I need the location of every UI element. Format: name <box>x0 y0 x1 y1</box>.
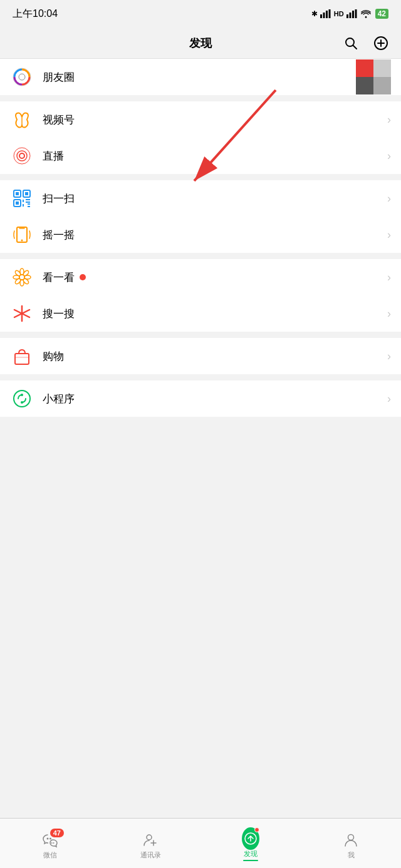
svg-point-53 <box>51 842 53 844</box>
look-icon <box>10 265 34 289</box>
miniprogram-icon <box>10 387 34 411</box>
wifi2-icon <box>360 9 372 18</box>
wifi-icon <box>346 9 358 18</box>
bluetooth-icon: ✱ <box>311 9 318 18</box>
menu-section-2: 视频号 › 直播 › <box>0 101 401 174</box>
notification-dot <box>80 274 86 280</box>
svg-point-49 <box>21 394 23 396</box>
moments-label: 朋友圈 <box>43 70 356 84</box>
discover-icon <box>242 830 259 847</box>
scan-label: 扫一扫 <box>43 191 387 206</box>
svg-rect-46 <box>15 354 29 364</box>
menu-section-3: 扫一扫 › 摇一摇 › <box>0 180 401 253</box>
svg-rect-3 <box>328 9 330 18</box>
shake-icon <box>10 223 34 247</box>
menu-item-moments[interactable]: 朋友圈 <box>0 59 401 95</box>
menu-item-look[interactable]: 看一看 › <box>0 259 401 295</box>
svg-point-33 <box>21 240 23 242</box>
svg-point-20 <box>14 148 30 164</box>
svg-point-51 <box>47 837 49 839</box>
svg-line-10 <box>353 45 357 49</box>
tab-discover[interactable]: 发现 <box>200 819 301 868</box>
shop-label: 购物 <box>43 349 387 364</box>
chevron-right-icon: › <box>387 350 391 363</box>
annotation-overlay: 朋友圈 <box>0 59 401 417</box>
contacts-icon <box>142 831 159 849</box>
tab-me-label: 我 <box>348 850 355 860</box>
menu-item-channels[interactable]: 视频号 › <box>0 101 401 138</box>
svg-rect-26 <box>16 202 19 205</box>
wechat-icon: 47 <box>41 831 59 849</box>
search-icon <box>343 36 358 51</box>
menu-item-live[interactable]: 直播 › <box>0 138 401 174</box>
battery-indicator: 42 <box>375 9 388 19</box>
svg-rect-22 <box>16 192 19 195</box>
signal-icon <box>320 9 331 18</box>
chevron-right-icon: › <box>387 192 391 205</box>
live-label: 直播 <box>43 149 387 163</box>
svg-rect-0 <box>320 14 322 18</box>
tab-contacts[interactable]: 通讯录 <box>100 819 200 868</box>
search-button[interactable] <box>341 33 361 53</box>
searchsearch-icon <box>10 302 34 325</box>
svg-rect-2 <box>326 11 328 18</box>
chevron-right-icon: › <box>387 228 391 242</box>
me-icon <box>342 831 360 849</box>
channels-icon <box>10 108 34 131</box>
svg-rect-7 <box>355 9 357 18</box>
svg-point-19 <box>17 151 27 161</box>
menu-section-6: 小程序 › <box>0 380 401 417</box>
menu-item-shake[interactable]: 摇一摇 › <box>0 217 401 253</box>
moments-thumbnail <box>356 59 391 94</box>
nav-header: 发现 <box>0 28 401 59</box>
svg-point-8 <box>365 16 367 18</box>
miniprogram-label: 小程序 <box>43 392 387 406</box>
add-button[interactable] <box>371 33 391 53</box>
status-time: 上午10:04 <box>13 8 58 21</box>
tab-me[interactable]: 我 <box>301 819 401 868</box>
channels-label: 视频号 <box>43 113 387 127</box>
svg-point-54 <box>53 842 55 844</box>
menu-item-scan[interactable]: 扫一扫 › <box>0 180 401 217</box>
look-label: 看一看 <box>43 270 387 285</box>
chevron-right-icon: › <box>387 307 391 320</box>
tab-active-indicator <box>243 860 258 861</box>
menu-section-1: 朋友圈 <box>0 59 401 95</box>
svg-rect-6 <box>352 11 354 18</box>
svg-rect-24 <box>25 192 28 195</box>
svg-point-52 <box>49 837 51 839</box>
svg-point-59 <box>348 834 354 840</box>
svg-point-48 <box>14 391 30 407</box>
menu-item-searchsearch[interactable]: 搜一搜 › <box>0 295 401 332</box>
wechat-badge: 47 <box>50 829 64 837</box>
svg-rect-5 <box>349 13 351 18</box>
chevron-right-icon: › <box>387 113 391 126</box>
menu-item-shop[interactable]: 购物 › <box>0 338 401 374</box>
plus-icon <box>373 36 388 51</box>
menu-item-miniprogram[interactable]: 小程序 › <box>0 380 401 417</box>
shake-label: 摇一摇 <box>43 228 387 242</box>
nav-actions <box>341 33 391 53</box>
searchsearch-label: 搜一搜 <box>43 307 387 321</box>
discover-bg <box>242 827 259 850</box>
tab-contacts-label: 通讯录 <box>140 850 161 860</box>
page-title: 发现 <box>189 36 212 51</box>
main-content: 朋友圈 <box>0 59 401 473</box>
tab-wechat[interactable]: 47 微信 <box>0 819 100 868</box>
tab-wechat-label: 微信 <box>43 850 57 860</box>
live-icon <box>10 144 34 168</box>
status-icons: ✱ HD 42 <box>311 9 388 19</box>
scan-icon <box>10 186 34 210</box>
tab-discover-label: 发现 <box>244 849 258 859</box>
svg-point-18 <box>19 153 24 158</box>
menu-section-4: 看一看 › 搜一搜 › <box>0 259 401 332</box>
shop-icon <box>10 344 34 368</box>
chevron-right-icon: › <box>387 150 391 163</box>
svg-rect-1 <box>323 13 325 18</box>
svg-point-16 <box>13 68 31 86</box>
svg-point-50 <box>21 401 23 404</box>
discover-dot <box>254 827 259 832</box>
tab-bar: 47 微信 通讯录 发现 <box>0 818 401 868</box>
status-bar: 上午10:04 ✱ HD 42 <box>0 0 401 28</box>
svg-point-55 <box>147 835 152 840</box>
